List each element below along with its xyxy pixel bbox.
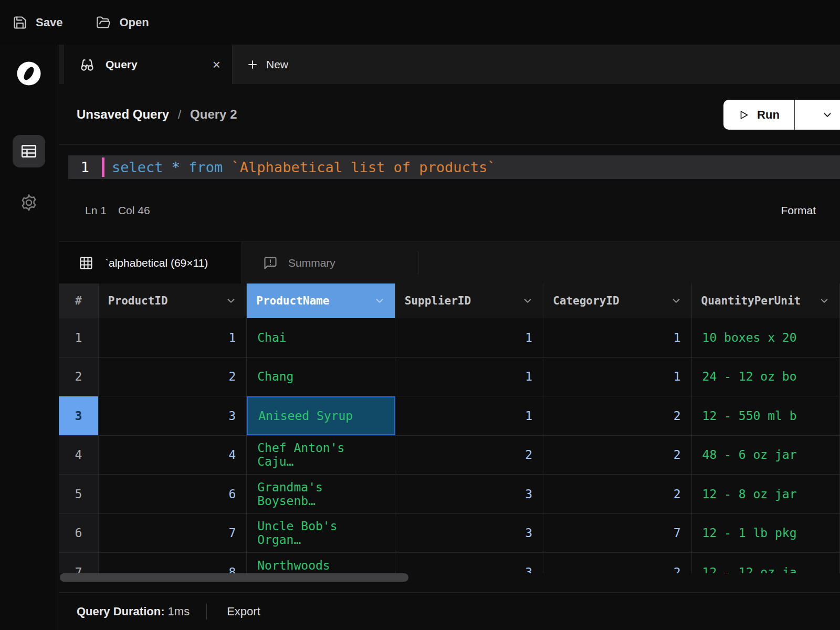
row-number-cell[interactable]: 1 — [59, 318, 99, 357]
breadcrumb-current[interactable]: Query 2 — [190, 107, 237, 121]
table-row: 7 8 Northwoods Cranbe… 3 2 12 - 12 oz ja — [59, 553, 840, 573]
grid-icon — [79, 256, 93, 270]
chevron-down-icon[interactable] — [818, 295, 830, 307]
cell-supplierid[interactable]: 2 — [395, 436, 543, 475]
query-header-row: Unsaved Query / Query 2 Run — [59, 84, 840, 145]
tab-new[interactable]: New — [233, 45, 302, 84]
tab-query[interactable]: Query × — [63, 45, 233, 84]
cell-productid[interactable]: 6 — [99, 475, 247, 513]
sql-keyword-select: select — [112, 159, 172, 175]
sql-keyword-from: from — [188, 159, 231, 175]
chevron-down-icon[interactable] — [670, 295, 682, 307]
editor-status-row: Ln 1 Col 46 Format — [85, 204, 816, 217]
chevron-down-icon — [822, 109, 833, 121]
chevron-down-icon[interactable] — [225, 295, 237, 307]
run-button[interactable]: Run — [723, 100, 794, 130]
cell-categoryid[interactable]: 1 — [543, 318, 691, 357]
cell-supplierid[interactable]: 1 — [395, 358, 543, 396]
cell-productname[interactable]: Grandma's Boysenb… — [247, 475, 395, 513]
cell-productname[interactable]: Aniseed Syrup — [247, 396, 395, 435]
cell-productname[interactable]: Uncle Bob's Organ… — [247, 514, 395, 553]
run-label: Run — [757, 108, 780, 122]
row-number-cell[interactable]: 4 — [59, 436, 99, 475]
row-number-cell[interactable]: 3 — [59, 396, 99, 435]
tab-close-icon[interactable]: × — [213, 58, 220, 71]
sql-editor[interactable]: 1 select * from `Alphabetical list of pr… — [59, 145, 840, 242]
row-number-cell[interactable]: 7 — [59, 553, 99, 573]
cell-supplierid[interactable]: 3 — [395, 475, 543, 513]
save-button[interactable]: Save — [13, 15, 62, 30]
tab-result-table[interactable]: `alphabetical (69×11) — [59, 242, 242, 284]
cell-quantityperunit[interactable]: 12 - 1 lb pkg — [692, 514, 840, 553]
cell-quantityperunit[interactable]: 12 - 8 oz jar — [692, 475, 840, 513]
row-number-cell[interactable]: 5 — [59, 475, 99, 513]
column-header-supplierid[interactable]: SupplierID — [395, 284, 543, 318]
table-row: 6 7 Uncle Bob's Organ… 3 7 12 - 1 lb pkg — [59, 514, 840, 553]
cell-quantityperunit[interactable]: 24 - 12 oz bo — [692, 358, 840, 396]
run-options-button[interactable] — [795, 100, 840, 130]
cell-supplierid[interactable]: 3 — [395, 553, 543, 573]
row-number-header: # — [59, 284, 99, 318]
cell-categoryid[interactable]: 2 — [543, 475, 691, 513]
row-number-cell[interactable]: 6 — [59, 514, 99, 553]
result-table-label: `alphabetical (69×11) — [105, 257, 208, 269]
cell-productid[interactable]: 8 — [99, 553, 247, 573]
format-button[interactable]: Format — [781, 204, 816, 217]
cell-categoryid[interactable]: 2 — [543, 553, 691, 573]
cell-productname[interactable]: Chef Anton's Caju… — [247, 436, 395, 475]
cell-productid[interactable]: 4 — [99, 436, 247, 475]
breadcrumb: Unsaved Query / Query 2 — [77, 107, 237, 122]
row-number-cell[interactable]: 2 — [59, 358, 99, 396]
table-row: 1 1 Chai 1 1 10 boxes x 20 — [59, 318, 840, 358]
sidebar — [0, 45, 58, 630]
chevron-down-icon[interactable] — [374, 295, 385, 307]
cell-supplierid[interactable]: 3 — [395, 514, 543, 553]
cell-categoryid[interactable]: 1 — [543, 358, 691, 396]
cell-quantityperunit[interactable]: 12 - 550 ml b — [692, 396, 840, 435]
column-header-categoryid[interactable]: CategoryID — [543, 284, 691, 318]
status-bar-divider — [206, 604, 207, 620]
tab-new-label: New — [266, 58, 288, 71]
chevron-down-icon[interactable] — [522, 295, 533, 307]
sidebar-item-table-editor[interactable] — [13, 135, 45, 167]
cell-productid[interactable]: 1 — [99, 318, 247, 357]
cell-productname[interactable]: Chai — [247, 318, 395, 357]
sql-table-name: `Alphabetical list of products` — [232, 159, 496, 175]
sidebar-item-settings[interactable] — [19, 193, 39, 215]
outerbase-logo[interactable] — [15, 59, 43, 88]
cell-categoryid[interactable]: 2 — [543, 396, 691, 435]
export-button[interactable]: Export — [227, 605, 260, 618]
column-header-productid[interactable]: ProductID — [99, 284, 247, 318]
column-header-label: CategoryID — [553, 295, 619, 307]
cell-quantityperunit[interactable]: 12 - 12 oz ja — [692, 553, 840, 573]
open-button[interactable]: Open — [96, 15, 149, 30]
cell-categoryid[interactable]: 7 — [543, 514, 691, 553]
column-header-label: ProductName — [256, 295, 329, 307]
cell-supplierid[interactable]: 1 — [395, 318, 543, 357]
editor-active-line[interactable]: 1 select * from `Alphabetical list of pr… — [68, 155, 840, 179]
cell-productname[interactable]: Chang — [247, 358, 395, 396]
open-label: Open — [119, 16, 149, 29]
cell-quantityperunit[interactable]: 10 boxes x 20 — [692, 318, 840, 357]
save-icon — [13, 15, 27, 30]
table-row: 3 3 Aniseed Syrup 1 2 12 - 550 ml b — [59, 396, 840, 436]
cell-productname[interactable]: Northwoods Cranbe… — [247, 553, 395, 573]
cell-categoryid[interactable]: 2 — [543, 436, 691, 475]
editor-caret-indicator — [102, 158, 104, 177]
sql-star: * — [172, 159, 189, 175]
cell-productid[interactable]: 7 — [99, 514, 247, 553]
top-toolbar: Save Open — [0, 0, 840, 45]
breadcrumb-parent[interactable]: Unsaved Query — [77, 107, 169, 121]
table-row: 4 4 Chef Anton's Caju… 2 2 48 - 6 oz jar — [59, 436, 840, 475]
app-window: Save Open — [0, 0, 840, 630]
tab-summary[interactable]: Summary — [242, 242, 418, 284]
cell-productid[interactable]: 2 — [99, 358, 247, 396]
cell-quantityperunit[interactable]: 48 - 6 oz jar — [692, 436, 840, 475]
column-header-quantityperunit[interactable]: QuantityPerUnit — [692, 284, 840, 318]
cell-productid[interactable]: 3 — [99, 396, 247, 435]
column-header-productname[interactable]: ProductName — [247, 284, 395, 318]
cell-supplierid[interactable]: 1 — [395, 396, 543, 435]
line-number: 1 — [68, 159, 102, 175]
main-panel: Query × New Unsaved Query / Query 2 — [59, 45, 840, 630]
horizontal-scrollbar-thumb[interactable] — [60, 573, 408, 582]
